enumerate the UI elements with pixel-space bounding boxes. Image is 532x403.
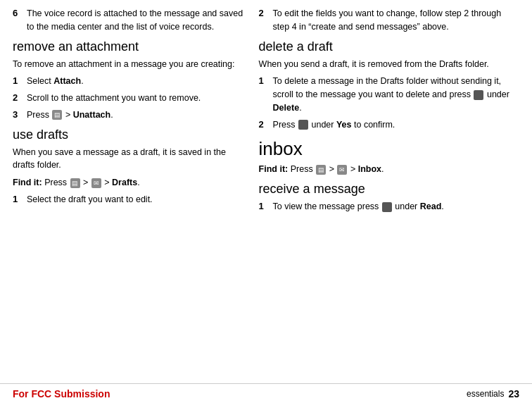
delete-bold: Delete — [273, 103, 300, 113]
remove-step-3: 3 Press ▤ > Unattach. — [13, 108, 246, 122]
right-step-2: 2 To edit the fields you want to change,… — [259, 7, 519, 34]
step6-item: 6 The voice record is attached to the me… — [13, 7, 246, 34]
col-right: 2 To edit the fields you want to change,… — [256, 7, 519, 379]
read-bold: Read — [420, 202, 442, 211]
step-text: To delete a message in the Drafts folder… — [273, 75, 519, 114]
step-num: 2 — [259, 7, 270, 34]
step-text: Press under Yes to confirm. — [273, 118, 519, 132]
fcc-text: For FCC Submission — [13, 388, 110, 399]
step-text: Select Attach. — [27, 75, 246, 88]
col-left: 6 The voice record is attached to the me… — [13, 7, 256, 379]
key-icon — [474, 90, 483, 100]
page: 6 The voice record is attached to the me… — [0, 0, 532, 403]
drafts-bold: Drafts — [112, 178, 137, 187]
receive-heading: receive a message — [259, 182, 519, 197]
delete-step-2: 2 Press under Yes to confirm. — [259, 118, 519, 132]
drafts-step-1: 1 Select the draft you want to edit. — [13, 193, 246, 206]
msg-icon: ✉ — [91, 178, 101, 188]
step-text: To view the message press under Read. — [273, 200, 519, 213]
msg-icon2: ✉ — [337, 165, 347, 175]
menu-icon2: ▤ — [70, 178, 80, 188]
essentials-label: essentials — [467, 389, 504, 399]
step6-text: The voice record is attached to the mess… — [27, 7, 246, 34]
findit-label2: Find it: — [259, 164, 289, 174]
step6-number: 6 — [13, 7, 24, 34]
footer: For FCC Submission essentials 23 — [0, 383, 532, 403]
step-text: Select the draft you want to edit. — [27, 193, 246, 206]
inbox-bold: Inbox — [358, 164, 381, 174]
menu-icon: ▤ — [52, 110, 62, 120]
drafts-heading: use drafts — [13, 128, 246, 142]
delete-heading: delete a draft — [259, 39, 519, 54]
step-num: 1 — [259, 75, 270, 114]
content-area: 6 The voice record is attached to the me… — [0, 0, 532, 379]
step-text: To edit the fields you want to change, f… — [273, 7, 519, 34]
delete-step-1: 1 To delete a message in the Drafts fold… — [259, 75, 519, 114]
attach-bold: Attach — [53, 76, 81, 86]
unattach-bold: Unattach — [73, 110, 110, 120]
step-num: 2 — [13, 92, 24, 105]
footer-right: essentials 23 — [467, 388, 519, 399]
findit-label: Find it: — [13, 178, 42, 187]
key-icon3 — [382, 202, 392, 212]
drafts-intro: When you save a message as a draft, it i… — [13, 146, 246, 173]
delete-intro: When you send a draft, it is removed fro… — [259, 58, 519, 71]
remove-step-1: 1 Select Attach. — [13, 75, 246, 88]
step-num: 3 — [13, 108, 24, 122]
step-text: Scroll to the attachment you want to rem… — [27, 92, 246, 105]
step-num: 2 — [259, 118, 270, 132]
step-text: Press ▤ > Unattach. — [27, 108, 246, 122]
receive-step-1: 1 To view the message press under Read. — [259, 200, 519, 213]
drafts-findit: Find it: Press ▤ > ✉ > Drafts. — [13, 176, 246, 190]
inbox-heading: inbox — [259, 138, 519, 160]
key-icon2 — [298, 120, 308, 130]
menu-icon3: ▤ — [316, 165, 326, 175]
step-num: 1 — [259, 200, 270, 213]
page-number: 23 — [508, 388, 519, 399]
inbox-findit: Find it: Press ▤ > ✉ > Inbox. — [259, 163, 519, 176]
step-num: 1 — [13, 75, 24, 88]
remove-heading: remove an attachment — [13, 39, 246, 54]
remove-intro: To remove an attachment in a message you… — [13, 58, 246, 71]
step-num: 1 — [13, 193, 24, 206]
yes-bold: Yes — [336, 120, 352, 130]
remove-step-2: 2 Scroll to the attachment you want to r… — [13, 92, 246, 105]
